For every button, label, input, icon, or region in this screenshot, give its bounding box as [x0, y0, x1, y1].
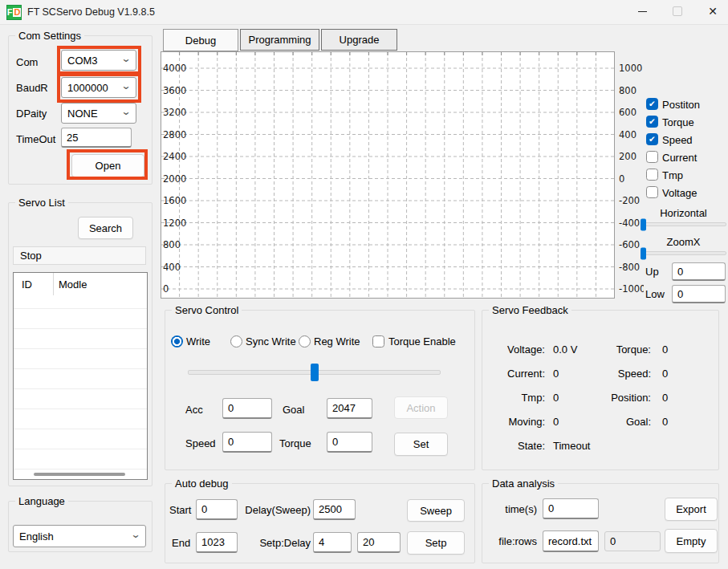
tab-upgrade[interactable]: Upgrade: [321, 29, 397, 51]
goal-input[interactable]: [327, 398, 372, 419]
setp-input[interactable]: [313, 532, 352, 553]
feedback-current-label: Current:: [482, 368, 545, 380]
low-input[interactable]: [672, 285, 726, 303]
acc-input[interactable]: [222, 398, 272, 419]
zoomx-slider-thumb[interactable]: [641, 247, 646, 259]
radio-write[interactable]: [171, 335, 183, 347]
feedback-tmp-label: Tmp:: [482, 392, 545, 404]
zoomx-slider[interactable]: [642, 251, 726, 255]
torque-input[interactable]: [327, 432, 372, 453]
open-button[interactable]: Open: [71, 154, 144, 177]
parity-label: DPaity: [16, 108, 47, 120]
minimize-icon: [638, 11, 647, 12]
start-label: Start: [169, 504, 191, 516]
up-input[interactable]: [672, 262, 726, 281]
language-select[interactable]: English ⌄: [13, 525, 146, 547]
checkbox-tmp-label: Tmp: [662, 169, 683, 181]
axis-tick-label: 400: [163, 262, 181, 273]
checkbox-speed[interactable]: [646, 133, 658, 145]
file-rows-label: file:rows: [487, 535, 537, 547]
sweep-button[interactable]: Sweep: [407, 499, 465, 522]
feedback-state-value: Timeout: [553, 440, 590, 452]
radio-sync-write-label: Sync Write: [246, 335, 296, 347]
checkbox-current[interactable]: [646, 151, 658, 163]
axis-tick-label: 800: [619, 85, 636, 96]
export-button[interactable]: Export: [665, 498, 718, 521]
tab-debug[interactable]: Debug: [163, 29, 238, 51]
com-label: Com: [16, 56, 38, 68]
axis-tick-label: -200: [619, 195, 640, 206]
servo-plot-chart: 4000360032002800240020001600120080040001…: [161, 51, 644, 302]
close-button[interactable]: ✕: [700, 2, 726, 21]
parity-select[interactable]: NONE ⌄: [61, 103, 136, 124]
horizontal-slider[interactable]: [642, 222, 726, 226]
empty-button[interactable]: Empty: [665, 529, 718, 553]
axis-tick-label: -800: [619, 262, 640, 273]
zoomx-slider-label: ZoomX: [642, 236, 725, 248]
maximize-button[interactable]: [665, 2, 690, 21]
delay-sweep-input[interactable]: [313, 499, 356, 520]
servo-feedback-group: Servo Feedback Voltage: 0.0 V Torque: 0 …: [482, 310, 719, 470]
stop-button[interactable]: Stop: [13, 246, 146, 265]
timeout-input[interactable]: [61, 128, 132, 148]
action-button[interactable]: Action: [394, 396, 448, 419]
torque-label: Torque: [279, 437, 311, 449]
parity-value: NONE: [67, 108, 98, 120]
axis-tick-label: 400: [619, 129, 636, 140]
table-row-separator: [14, 429, 147, 429]
checkbox-speed-label: Speed: [662, 134, 693, 146]
radio-sync-write[interactable]: [230, 335, 242, 347]
setp-button[interactable]: Setp: [407, 531, 465, 555]
delay-sweep-label: Delay(Sweep): [240, 504, 311, 516]
end-label: End: [172, 537, 190, 549]
table-row-separator: [14, 368, 147, 369]
axis-tick-label: 3200: [163, 107, 186, 118]
title-bar: FD FT SCServo Debug V1.9.8.5 ✕: [0, 0, 728, 25]
set-button[interactable]: Set: [394, 433, 448, 456]
servo-table-col-id: ID: [22, 278, 32, 291]
checkbox-tmp[interactable]: [646, 169, 658, 181]
auto-debug-group: Auto debug Start Delay(Sweep) Sweep End …: [165, 483, 475, 563]
time-input[interactable]: [543, 498, 599, 519]
acc-label: Acc: [185, 404, 203, 416]
horizontal-scrollbar[interactable]: [34, 473, 125, 476]
checkbox-position-label: Postiton: [662, 99, 700, 111]
baud-rate-select[interactable]: 1000000 ⌄: [61, 77, 136, 98]
app-window: { "window": { "title": "FT SCServo Debug…: [0, 0, 728, 569]
close-icon: ✕: [708, 6, 718, 17]
goal-label: Goal: [283, 404, 304, 416]
delay-input[interactable]: [357, 532, 401, 553]
com-port-select[interactable]: COM3 ⌄: [61, 50, 136, 71]
checkbox-position[interactable]: [646, 98, 658, 110]
chevron-down-icon: ⌄: [120, 81, 131, 91]
checkbox-current-label: Current: [662, 152, 697, 164]
servo-table[interactable]: ID Modle: [13, 272, 148, 480]
table-row-separator: [14, 469, 147, 469]
table-row-separator: [14, 408, 147, 409]
axis-tick-label: 1600: [163, 195, 186, 206]
table-row-separator: [14, 449, 147, 449]
start-input[interactable]: [196, 499, 238, 520]
up-label: Up: [645, 266, 659, 278]
axis-tick-label: 0: [163, 283, 169, 295]
feedback-torque-label: Torque:: [547, 343, 651, 356]
position-slider-thumb[interactable]: [311, 364, 319, 381]
tab-programming[interactable]: Programming: [240, 29, 319, 51]
speed-input[interactable]: [222, 432, 272, 453]
file-input[interactable]: [543, 530, 599, 552]
radio-reg-write[interactable]: [299, 335, 311, 347]
axis-tick-label: 4000: [163, 63, 186, 74]
servo-list-title: Servo List: [15, 197, 68, 209]
column-divider[interactable]: [53, 273, 54, 295]
timeout-label: TimeOut: [16, 133, 55, 145]
checkbox-voltage[interactable]: [646, 186, 658, 198]
end-input[interactable]: [196, 532, 238, 553]
minimize-button[interactable]: [629, 2, 655, 21]
rows-count-input: [604, 531, 661, 551]
axis-tick-label: 200: [619, 151, 636, 162]
horizontal-slider-thumb[interactable]: [641, 218, 646, 230]
checkbox-torque[interactable]: [646, 116, 658, 128]
checkbox-torque-enable[interactable]: [372, 335, 384, 347]
position-slider[interactable]: [188, 370, 441, 375]
search-button[interactable]: Search: [78, 217, 133, 239]
